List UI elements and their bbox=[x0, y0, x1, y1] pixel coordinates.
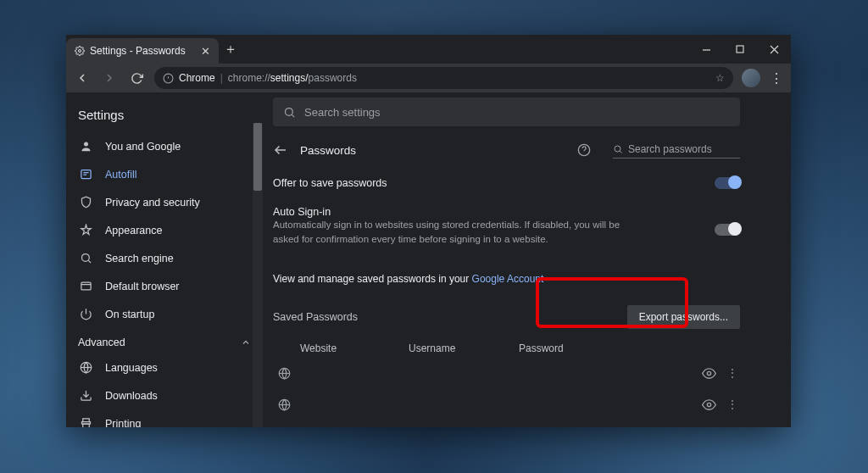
new-tab-button[interactable]: ＋ bbox=[219, 35, 242, 64]
toolbar: Chrome | chrome://settings/passwords ☆ ⋮ bbox=[66, 64, 791, 92]
password-row[interactable]: ⋮ bbox=[273, 389, 740, 420]
search-icon bbox=[283, 106, 296, 119]
sidebar-item-appearance[interactable]: Appearance bbox=[66, 216, 263, 244]
svg-point-27 bbox=[615, 146, 620, 152]
reload-button[interactable] bbox=[127, 72, 146, 85]
sidebar-item-default-browser[interactable]: Default browser bbox=[66, 272, 263, 300]
printer-icon bbox=[78, 417, 93, 427]
settings-main: Search settings Passwords Search passwor… bbox=[263, 92, 791, 427]
power-icon bbox=[78, 308, 93, 320]
tab-title: Settings - Passwords bbox=[90, 45, 186, 57]
settings-title: Settings bbox=[66, 104, 263, 132]
maximize-button[interactable] bbox=[723, 35, 757, 64]
titlebar: Settings - Passwords ✕ ＋ bbox=[66, 35, 791, 64]
search-icon bbox=[78, 252, 93, 264]
sidebar-item-on-startup[interactable]: On startup bbox=[66, 300, 263, 328]
manage-passwords-row: View and manage saved passwords in your … bbox=[273, 259, 740, 290]
password-search-input[interactable]: Search passwords bbox=[613, 142, 740, 159]
close-window-button[interactable] bbox=[757, 35, 791, 64]
browser-icon bbox=[78, 280, 93, 292]
panel-back-button[interactable] bbox=[273, 142, 288, 158]
settings-sidebar: Settings You and Google Autofill Privacy… bbox=[66, 92, 263, 427]
forward-button[interactable] bbox=[100, 71, 119, 85]
gear-icon bbox=[75, 46, 85, 56]
sidebar-item-autofill[interactable]: Autofill bbox=[66, 160, 263, 188]
site-globe-icon bbox=[273, 367, 300, 380]
col-username: Username bbox=[409, 342, 519, 354]
google-account-link[interactable]: Google Account bbox=[472, 273, 544, 285]
svg-line-23 bbox=[292, 114, 294, 117]
search-icon bbox=[613, 144, 623, 154]
palette-icon bbox=[78, 224, 93, 236]
offer-save-passwords-toggle[interactable] bbox=[715, 177, 740, 189]
settings-search-input[interactable]: Search settings bbox=[273, 97, 740, 126]
site-info-icon[interactable] bbox=[163, 73, 174, 84]
col-password: Password bbox=[519, 342, 740, 354]
col-website: Website bbox=[273, 342, 409, 354]
svg-point-0 bbox=[79, 50, 81, 53]
minimize-button[interactable] bbox=[689, 35, 723, 64]
password-row[interactable]: ⋮ bbox=[273, 420, 740, 428]
svg-line-28 bbox=[620, 151, 621, 153]
password-row[interactable]: ⋮ bbox=[273, 358, 740, 389]
help-icon[interactable] bbox=[577, 143, 591, 157]
svg-point-34 bbox=[707, 403, 710, 406]
auto-signin-toggle[interactable] bbox=[715, 224, 740, 236]
browser-tab[interactable]: Settings - Passwords ✕ bbox=[66, 38, 219, 64]
site-globe-icon bbox=[273, 398, 300, 411]
sidebar-item-privacy[interactable]: Privacy and security bbox=[66, 188, 263, 216]
sidebar-scrollbar-thumb[interactable] bbox=[253, 123, 262, 191]
download-icon bbox=[78, 389, 93, 402]
shield-icon bbox=[78, 196, 93, 209]
saved-passwords-heading: Saved Passwords bbox=[273, 311, 358, 323]
sidebar-item-you-and-google[interactable]: You and Google bbox=[66, 132, 263, 160]
row-menu-icon[interactable]: ⋮ bbox=[725, 398, 740, 410]
svg-point-8 bbox=[84, 142, 88, 147]
offer-save-passwords-row: Offer to save passwords bbox=[273, 165, 740, 194]
export-passwords-button[interactable]: Export passwords... bbox=[627, 305, 740, 329]
url-path: chrome://settings/passwords bbox=[228, 72, 357, 84]
svg-rect-14 bbox=[81, 282, 90, 290]
tab-close-icon[interactable]: ✕ bbox=[201, 45, 210, 58]
svg-point-12 bbox=[81, 254, 89, 262]
svg-line-13 bbox=[88, 260, 91, 263]
auto-signin-label: Auto Sign-in bbox=[273, 206, 715, 218]
row-menu-icon[interactable]: ⋮ bbox=[725, 367, 740, 379]
profile-avatar[interactable] bbox=[742, 69, 760, 87]
bookmark-icon[interactable]: ☆ bbox=[715, 72, 725, 84]
autofill-icon bbox=[78, 168, 93, 181]
url-scheme: Chrome bbox=[179, 72, 215, 84]
chrome-menu-icon[interactable]: ⋮ bbox=[769, 70, 784, 86]
browser-window: Settings - Passwords ✕ ＋ Chrome | chrome… bbox=[66, 35, 791, 427]
settings-search-placeholder: Search settings bbox=[304, 106, 381, 119]
sidebar-item-printing[interactable]: Printing bbox=[66, 409, 263, 427]
show-password-icon[interactable] bbox=[702, 366, 725, 381]
sidebar-item-downloads[interactable]: Downloads bbox=[66, 381, 263, 409]
svg-point-31 bbox=[707, 371, 710, 375]
sidebar-group-advanced[interactable]: Advanced bbox=[66, 328, 263, 353]
svg-point-22 bbox=[286, 108, 293, 115]
svg-rect-2 bbox=[737, 46, 743, 53]
auto-signin-row: Auto Sign-in Automatically sign in to we… bbox=[273, 194, 740, 259]
globe-icon bbox=[78, 361, 93, 374]
window-controls bbox=[689, 35, 791, 64]
person-icon bbox=[78, 140, 93, 153]
password-table-header: Website Username Password bbox=[273, 334, 740, 358]
sidebar-item-languages[interactable]: Languages bbox=[66, 353, 263, 381]
settings-content: Settings You and Google Autofill Privacy… bbox=[66, 92, 791, 427]
password-search-placeholder: Search passwords bbox=[628, 143, 712, 155]
chevron-up-icon bbox=[241, 337, 251, 348]
sidebar-item-search-engine[interactable]: Search engine bbox=[66, 244, 263, 272]
back-button[interactable] bbox=[73, 71, 92, 85]
address-bar[interactable]: Chrome | chrome://settings/passwords ☆ bbox=[154, 67, 733, 89]
auto-signin-desc: Automatically sign in to websites using … bbox=[273, 218, 629, 254]
show-password-icon[interactable] bbox=[702, 398, 725, 412]
panel-title: Passwords bbox=[300, 144, 356, 157]
